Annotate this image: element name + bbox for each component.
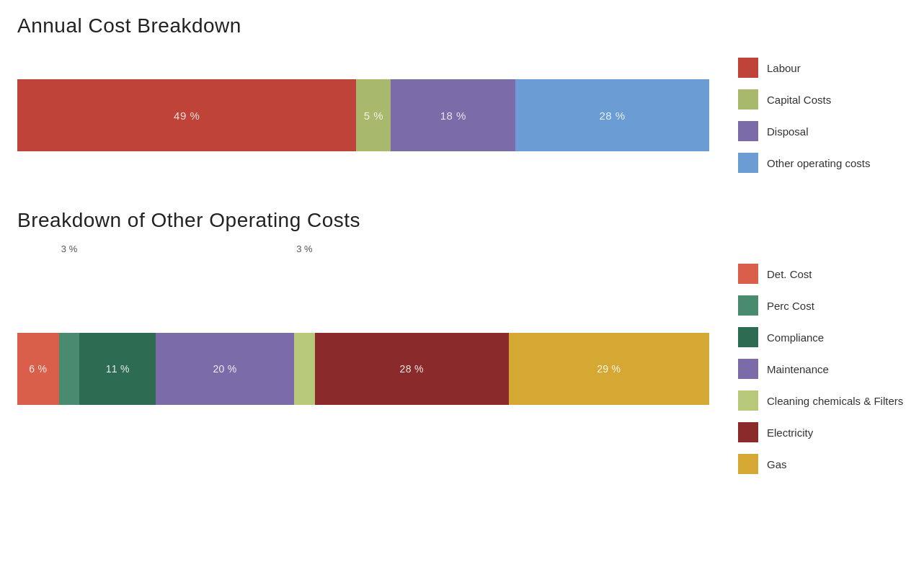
bar-segment: [59, 333, 80, 405]
legend-item: Capital Costs: [738, 89, 924, 110]
chart1-bar-wrapper: 49 %5 %18 %28 %: [17, 79, 709, 151]
legend-color-box: [738, 422, 758, 442]
bar-above-label: 3 %: [296, 244, 312, 254]
legend-label: Capital Costs: [767, 94, 831, 106]
chart2-legend: Det. CostPerc CostComplianceMaintenanceC…: [738, 264, 924, 474]
bar-segment: 5 %: [356, 79, 391, 151]
legend-color-box: [738, 454, 758, 474]
legend-item: Det. Cost: [738, 264, 924, 284]
legend-label: Gas: [767, 458, 787, 470]
legend-label: Labour: [767, 62, 801, 74]
legend-color-box: [738, 89, 758, 110]
bar-segment: 11 %: [79, 333, 156, 405]
chart2-bar-wrapper: 6 %11 %20 %28 %29 %: [17, 333, 709, 405]
legend-color-box: [738, 153, 758, 173]
bar-segment: 28 %: [515, 79, 709, 151]
bar-segment: 49 %: [17, 79, 356, 151]
legend-color-box: [738, 295, 758, 316]
legend-label: Cleaning chemicals & Filters: [767, 395, 903, 407]
legend-item: Gas: [738, 454, 924, 474]
legend-item: Cleaning chemicals & Filters: [738, 390, 924, 411]
legend-color-box: [738, 121, 758, 141]
chart2-stacked-bar: 6 %11 %20 %28 %29 %: [17, 333, 709, 405]
legend-label: Disposal: [767, 125, 809, 138]
bar-segment: 6 %: [17, 333, 59, 405]
legend-color-box: [738, 58, 758, 78]
legend-label: Electricity: [767, 427, 813, 439]
bar-above-label: 3 %: [61, 244, 77, 254]
legend-item: Labour: [738, 58, 924, 78]
legend-item: Compliance: [738, 327, 924, 347]
chart1-stacked-bar: 49 %5 %18 %28 %: [17, 79, 709, 151]
legend-label: Det. Cost: [767, 268, 812, 280]
legend-item: Maintenance: [738, 359, 924, 379]
legend-color-box: [738, 264, 758, 284]
legend-item: Other operating costs: [738, 153, 924, 173]
bar-segment: 18 %: [391, 79, 515, 151]
legend-item: Perc Cost: [738, 295, 924, 316]
chart1-container: 49 %5 %18 %28 % LabourCapital CostsDispo…: [17, 58, 907, 173]
legend-item: Disposal: [738, 121, 924, 141]
chart1-title: Annual Cost Breakdown: [17, 14, 907, 37]
chart2-container: 6 %11 %20 %28 %29 % Det. CostPerc CostCo…: [17, 264, 907, 474]
bar-segment: [294, 333, 315, 405]
legend-label: Compliance: [767, 331, 824, 344]
bar-segment: 29 %: [509, 333, 709, 405]
chart1-legend: LabourCapital CostsDisposalOther operati…: [738, 58, 924, 173]
chart2-title: Breakdown of Other Operating Costs: [17, 209, 907, 232]
legend-color-box: [738, 327, 758, 347]
legend-label: Maintenance: [767, 363, 829, 375]
chart2-labels-row: 3 %3 %: [17, 244, 709, 261]
legend-label: Other operating costs: [767, 157, 870, 169]
chart2-section: Breakdown of Other Operating Costs 3 %3 …: [17, 209, 907, 474]
legend-color-box: [738, 390, 758, 411]
legend-color-box: [738, 359, 758, 379]
bar-segment: 20 %: [156, 333, 294, 405]
bar-segment: 28 %: [315, 333, 509, 405]
legend-label: Perc Cost: [767, 300, 814, 312]
legend-item: Electricity: [738, 422, 924, 442]
